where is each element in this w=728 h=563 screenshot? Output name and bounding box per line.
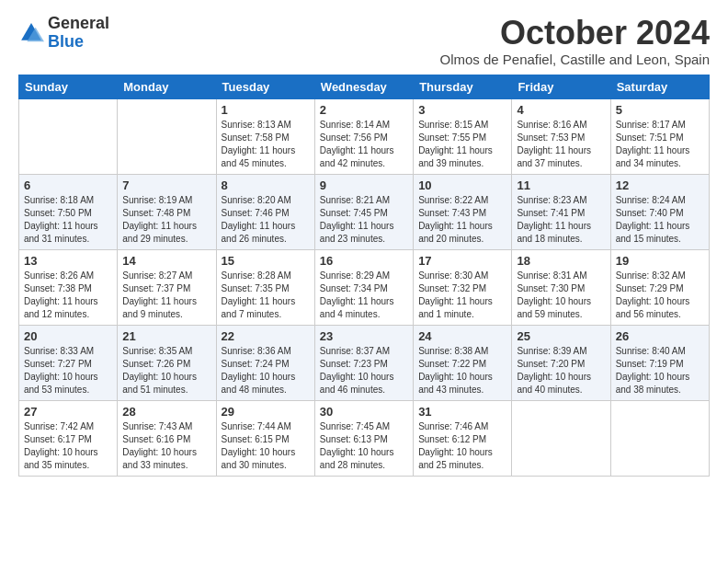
calendar-cell: 11Sunrise: 8:23 AM Sunset: 7:41 PM Dayli…	[512, 174, 610, 249]
day-info: Sunrise: 8:16 AM Sunset: 7:53 PM Dayligh…	[517, 119, 605, 170]
calendar-cell: 10Sunrise: 8:22 AM Sunset: 7:43 PM Dayli…	[414, 174, 512, 249]
month-title: October 2024	[439, 15, 710, 52]
calendar-week-row: 6Sunrise: 8:18 AM Sunset: 7:50 PM Daylig…	[19, 174, 710, 249]
calendar-cell: 17Sunrise: 8:30 AM Sunset: 7:32 PM Dayli…	[414, 249, 512, 325]
calendar-cell: 8Sunrise: 8:20 AM Sunset: 7:46 PM Daylig…	[216, 174, 314, 249]
location-subtitle: Olmos de Penafiel, Castille and Leon, Sp…	[439, 52, 710, 67]
day-info: Sunrise: 8:31 AM Sunset: 7:30 PM Dayligh…	[517, 270, 605, 321]
calendar-cell: 12Sunrise: 8:24 AM Sunset: 7:40 PM Dayli…	[610, 174, 709, 249]
day-info: Sunrise: 8:23 AM Sunset: 7:41 PM Dayligh…	[517, 194, 605, 246]
calendar-cell: 21Sunrise: 8:35 AM Sunset: 7:26 PM Dayli…	[118, 325, 216, 400]
calendar-cell: 5Sunrise: 8:17 AM Sunset: 7:51 PM Daylig…	[610, 98, 709, 174]
calendar-cell: 3Sunrise: 8:15 AM Sunset: 7:55 PM Daylig…	[414, 98, 512, 174]
day-number: 23	[320, 329, 408, 343]
day-info: Sunrise: 8:32 AM Sunset: 7:29 PM Dayligh…	[616, 270, 704, 321]
day-number: 30	[320, 405, 408, 419]
calendar-cell	[512, 400, 610, 476]
day-number: 1	[222, 103, 310, 117]
logo-text: General Blue	[48, 15, 109, 52]
day-number: 16	[320, 254, 408, 268]
calendar-cell: 19Sunrise: 8:32 AM Sunset: 7:29 PM Dayli…	[610, 249, 709, 325]
calendar-week-row: 20Sunrise: 8:33 AM Sunset: 7:27 PM Dayli…	[19, 325, 710, 400]
day-info: Sunrise: 7:42 AM Sunset: 6:17 PM Dayligh…	[24, 420, 112, 472]
day-number: 17	[418, 254, 506, 268]
calendar-cell: 27Sunrise: 7:42 AM Sunset: 6:17 PM Dayli…	[19, 400, 118, 476]
calendar-week-row: 27Sunrise: 7:42 AM Sunset: 6:17 PM Dayli…	[19, 400, 710, 476]
day-info: Sunrise: 8:27 AM Sunset: 7:37 PM Dayligh…	[122, 270, 210, 321]
weekday-header-sunday: Sunday	[19, 75, 118, 98]
day-number: 5	[616, 103, 704, 117]
weekday-header-wednesday: Wednesday	[314, 75, 413, 98]
day-info: Sunrise: 8:19 AM Sunset: 7:48 PM Dayligh…	[122, 194, 210, 246]
day-number: 14	[122, 254, 210, 268]
calendar-cell: 18Sunrise: 8:31 AM Sunset: 7:30 PM Dayli…	[512, 249, 610, 325]
day-info: Sunrise: 8:22 AM Sunset: 7:43 PM Dayligh…	[418, 194, 506, 246]
day-info: Sunrise: 8:36 AM Sunset: 7:24 PM Dayligh…	[222, 345, 310, 396]
calendar-cell: 31Sunrise: 7:46 AM Sunset: 6:12 PM Dayli…	[414, 400, 512, 476]
calendar-cell: 25Sunrise: 8:39 AM Sunset: 7:20 PM Dayli…	[512, 325, 610, 400]
day-info: Sunrise: 8:37 AM Sunset: 7:23 PM Dayligh…	[320, 345, 408, 396]
day-number: 2	[320, 103, 408, 117]
weekday-header-saturday: Saturday	[610, 75, 709, 98]
day-number: 4	[517, 103, 605, 117]
day-info: Sunrise: 8:26 AM Sunset: 7:38 PM Dayligh…	[24, 270, 112, 321]
calendar-cell: 22Sunrise: 8:36 AM Sunset: 7:24 PM Dayli…	[216, 325, 314, 400]
day-number: 12	[616, 178, 704, 192]
calendar-cell: 2Sunrise: 8:14 AM Sunset: 7:56 PM Daylig…	[314, 98, 413, 174]
day-info: Sunrise: 8:39 AM Sunset: 7:20 PM Dayligh…	[517, 345, 605, 396]
calendar-cell: 30Sunrise: 7:45 AM Sunset: 6:13 PM Dayli…	[314, 400, 413, 476]
day-number: 28	[122, 405, 210, 419]
day-number: 21	[122, 329, 210, 343]
day-number: 3	[418, 103, 506, 117]
logo-icon	[18, 20, 44, 46]
day-number: 7	[122, 178, 210, 192]
calendar-cell: 28Sunrise: 7:43 AM Sunset: 6:16 PM Dayli…	[118, 400, 216, 476]
day-number: 8	[222, 178, 310, 192]
calendar-cell: 9Sunrise: 8:21 AM Sunset: 7:45 PM Daylig…	[314, 174, 413, 249]
day-info: Sunrise: 8:15 AM Sunset: 7:55 PM Dayligh…	[418, 119, 506, 170]
day-info: Sunrise: 8:29 AM Sunset: 7:34 PM Dayligh…	[320, 270, 408, 321]
weekday-header-friday: Friday	[512, 75, 610, 98]
day-info: Sunrise: 8:18 AM Sunset: 7:50 PM Dayligh…	[24, 194, 112, 246]
day-info: Sunrise: 8:40 AM Sunset: 7:19 PM Dayligh…	[616, 345, 704, 396]
calendar-cell: 6Sunrise: 8:18 AM Sunset: 7:50 PM Daylig…	[19, 174, 118, 249]
calendar-cell: 13Sunrise: 8:26 AM Sunset: 7:38 PM Dayli…	[19, 249, 118, 325]
day-number: 11	[517, 178, 605, 192]
calendar-cell: 23Sunrise: 8:37 AM Sunset: 7:23 PM Dayli…	[314, 325, 413, 400]
day-number: 9	[320, 178, 408, 192]
day-info: Sunrise: 8:35 AM Sunset: 7:26 PM Dayligh…	[122, 345, 210, 396]
day-info: Sunrise: 8:33 AM Sunset: 7:27 PM Dayligh…	[24, 345, 112, 396]
calendar-cell: 26Sunrise: 8:40 AM Sunset: 7:19 PM Dayli…	[610, 325, 709, 400]
day-number: 18	[517, 254, 605, 268]
day-info: Sunrise: 7:44 AM Sunset: 6:15 PM Dayligh…	[222, 420, 310, 472]
weekday-header-monday: Monday	[118, 75, 216, 98]
day-number: 25	[517, 329, 605, 343]
calendar-cell: 15Sunrise: 8:28 AM Sunset: 7:35 PM Dayli…	[216, 249, 314, 325]
calendar-cell	[19, 98, 118, 174]
day-info: Sunrise: 8:21 AM Sunset: 7:45 PM Dayligh…	[320, 194, 408, 246]
day-info: Sunrise: 8:20 AM Sunset: 7:46 PM Dayligh…	[222, 194, 310, 246]
day-info: Sunrise: 8:24 AM Sunset: 7:40 PM Dayligh…	[616, 194, 704, 246]
day-number: 31	[418, 405, 506, 419]
day-info: Sunrise: 8:30 AM Sunset: 7:32 PM Dayligh…	[418, 270, 506, 321]
day-number: 22	[222, 329, 310, 343]
weekday-header-thursday: Thursday	[414, 75, 512, 98]
calendar-cell: 20Sunrise: 8:33 AM Sunset: 7:27 PM Dayli…	[19, 325, 118, 400]
day-info: Sunrise: 8:28 AM Sunset: 7:35 PM Dayligh…	[222, 270, 310, 321]
day-info: Sunrise: 8:38 AM Sunset: 7:22 PM Dayligh…	[418, 345, 506, 396]
day-number: 27	[24, 405, 112, 419]
day-number: 29	[222, 405, 310, 419]
calendar-week-row: 1Sunrise: 8:13 AM Sunset: 7:58 PM Daylig…	[19, 98, 710, 174]
calendar-cell	[118, 98, 216, 174]
calendar-cell	[610, 400, 709, 476]
calendar-table: SundayMondayTuesdayWednesdayThursdayFrid…	[18, 75, 710, 477]
day-number: 19	[616, 254, 704, 268]
header: General Blue October 2024 Olmos de Penaf…	[18, 15, 710, 67]
day-info: Sunrise: 8:17 AM Sunset: 7:51 PM Dayligh…	[616, 119, 704, 170]
day-info: Sunrise: 7:45 AM Sunset: 6:13 PM Dayligh…	[320, 420, 408, 472]
day-number: 15	[222, 254, 310, 268]
day-number: 26	[616, 329, 704, 343]
calendar-cell: 7Sunrise: 8:19 AM Sunset: 7:48 PM Daylig…	[118, 174, 216, 249]
calendar-cell: 24Sunrise: 8:38 AM Sunset: 7:22 PM Dayli…	[414, 325, 512, 400]
day-info: Sunrise: 7:46 AM Sunset: 6:12 PM Dayligh…	[418, 420, 506, 472]
